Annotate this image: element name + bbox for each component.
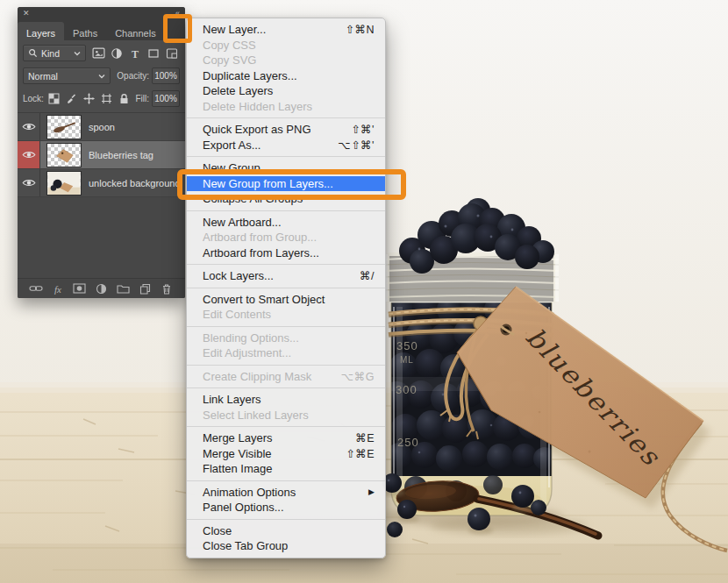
menu-item-artboard-from-group[interactable]: Artboard from Group...	[187, 230, 385, 245]
menu-item-select-linked-layers[interactable]: Select Linked Layers	[187, 408, 385, 423]
layer-row-blueberries-tag[interactable]: Blueberries tag	[18, 141, 185, 169]
layer-name: Blueberries tag	[89, 150, 153, 160]
layers-panel-flyout-menu: New Layer...⇧⌘NCopy CSSCopy SVGDuplicate…	[186, 18, 386, 558]
menu-item-label: New Artboard...	[203, 216, 282, 229]
adjustment-layer-icon[interactable]	[94, 282, 108, 295]
menu-item-edit-contents[interactable]: Edit Contents	[187, 307, 385, 323]
menu-separator	[187, 156, 385, 157]
layer-thumbnail-spoon[interactable]	[46, 115, 82, 139]
search-icon	[28, 48, 38, 58]
menu-item-new-layer[interactable]: New Layer...⇧⌘N	[187, 22, 385, 38]
menu-item-label: Panel Options...	[203, 501, 284, 514]
menu-separator	[187, 264, 385, 265]
layers-panel: ✕ « LayersPathsChannels Kind T Normal	[18, 7, 185, 298]
menu-item-convert-to-smart-object[interactable]: Convert to Smart Object	[187, 292, 385, 308]
menu-item-merge-layers[interactable]: Merge Layers⌘E	[187, 430, 385, 446]
svg-text:350: 350	[396, 339, 418, 352]
menu-item-label: New Group from Layers...	[203, 177, 333, 190]
delete-layer-icon[interactable]	[160, 282, 174, 295]
menu-separator	[187, 288, 385, 288]
menu-item-copy-css[interactable]: Copy CSS	[187, 38, 385, 53]
menu-item-new-artboard[interactable]: New Artboard...	[187, 215, 385, 231]
lock-label: Lock:	[23, 94, 44, 103]
layer-thumbnail-unlocked-background[interactable]	[46, 171, 82, 196]
fx-icon[interactable]: fx	[51, 282, 65, 295]
menu-separator	[187, 519, 385, 520]
menu-item-duplicate-layers[interactable]: Duplicate Layers...	[187, 68, 385, 84]
tab-channels[interactable]: Channels	[106, 22, 164, 40]
menu-item-copy-svg[interactable]: Copy SVG	[187, 53, 385, 68]
layer-row-unlocked-background[interactable]: unlocked background	[18, 169, 185, 197]
svg-text:300: 300	[396, 383, 418, 396]
menu-item-shortcut: ⌥⌘G	[341, 370, 375, 383]
menu-item-edit-adjustment[interactable]: Edit Adjustment...	[187, 345, 385, 361]
menu-item-flatten-image[interactable]: Flatten Image	[187, 461, 385, 477]
layer-mask-icon[interactable]	[73, 282, 87, 295]
menu-item-label: Export As...	[203, 139, 261, 152]
layer-name: spoon	[89, 122, 115, 132]
collapse-panel-icon[interactable]: «	[175, 10, 180, 18]
menu-separator	[187, 210, 385, 211]
menu-item-collapse-all-groups[interactable]: Collapse All Groups	[187, 191, 385, 207]
visibility-eye-icon[interactable]	[18, 141, 40, 168]
menu-item-lock-layers[interactable]: Lock Layers...⌘/	[187, 268, 385, 284]
panel-header: ✕ «	[18, 7, 185, 19]
layer-row-spoon[interactable]: spoon	[18, 113, 185, 141]
menu-item-label: Edit Contents	[203, 308, 271, 321]
menu-separator	[187, 426, 385, 427]
menu-item-export-as[interactable]: Export As...⌥⇧⌘'	[187, 138, 385, 153]
menu-item-close-tab-group[interactable]: Close Tab Group	[187, 538, 385, 554]
smart-object-filter-icon[interactable]	[165, 46, 179, 60]
menu-item-create-clipping-mask[interactable]: Create Clipping Mask⌥⌘G	[187, 369, 385, 385]
lock-transparency-icon[interactable]	[47, 92, 61, 105]
tab-layers[interactable]: Layers	[18, 22, 64, 40]
menu-item-label: Select Linked Layers	[203, 409, 309, 422]
adjustment-filter-icon[interactable]	[110, 46, 124, 60]
menu-item-merge-visible[interactable]: Merge Visible⇧⌘E	[187, 446, 385, 462]
pixel-layer-filter-icon[interactable]	[91, 46, 105, 60]
new-group-icon[interactable]	[116, 282, 130, 295]
menu-item-delete-layers[interactable]: Delete Layers	[187, 83, 385, 99]
lock-all-icon[interactable]	[118, 92, 131, 105]
menu-item-link-layers[interactable]: Link Layers	[187, 392, 385, 408]
tab-paths[interactable]: Paths	[64, 22, 106, 40]
menu-separator	[187, 387, 385, 388]
menu-separator	[187, 480, 385, 481]
menu-item-new-group-from-layers[interactable]: New Group from Layers...	[187, 176, 385, 192]
type-filter-icon[interactable]: T	[128, 46, 142, 60]
shape-filter-icon[interactable]	[146, 46, 161, 60]
menu-item-animation-options[interactable]: Animation Options▶	[187, 485, 385, 501]
menu-item-label: Collapse All Groups	[203, 192, 303, 205]
visibility-eye-icon[interactable]	[18, 113, 40, 140]
menu-item-label: Lock Layers...	[203, 269, 274, 282]
menu-item-quick-export-as-png[interactable]: Quick Export as PNG⇧⌘'	[187, 122, 385, 138]
new-layer-icon[interactable]	[138, 282, 152, 295]
blend-mode-value: Normal	[28, 71, 58, 82]
menu-item-label: New Group...	[203, 161, 270, 174]
menu-item-panel-options[interactable]: Panel Options...	[187, 500, 385, 515]
menu-item-label: Quick Export as PNG	[203, 123, 311, 136]
kind-filter-select[interactable]: Kind	[23, 45, 86, 61]
opacity-input[interactable]: 100%	[152, 68, 180, 84]
filter-row: Kind T	[23, 45, 180, 61]
blend-mode-select[interactable]: Normal	[23, 68, 111, 84]
menu-item-delete-hidden-layers[interactable]: Delete Hidden Layers	[187, 99, 385, 115]
menu-item-label: Close	[203, 524, 232, 537]
menu-item-label: Close Tab Group	[203, 539, 288, 552]
fill-input[interactable]: 100%	[152, 90, 180, 107]
link-icon[interactable]	[29, 282, 43, 295]
lock-artboard-icon[interactable]	[100, 92, 113, 105]
visibility-eye-icon[interactable]	[18, 169, 40, 196]
menu-item-label: Convert to Smart Object	[203, 293, 325, 306]
menu-item-shortcut: ⇧⌘'	[351, 123, 375, 136]
layer-thumbnail-blueberries-tag[interactable]	[46, 143, 82, 167]
opacity-label: Opacity:	[117, 71, 149, 81]
menu-item-new-group[interactable]: New Group...	[187, 160, 385, 176]
menu-item-close[interactable]: Close	[187, 523, 385, 539]
menu-item-artboard-from-layers[interactable]: Artboard from Layers...	[187, 245, 385, 261]
menu-item-shortcut: ⇧⌘E	[346, 447, 375, 460]
menu-item-blending-options[interactable]: Blending Options...	[187, 331, 385, 346]
lock-position-icon[interactable]	[82, 92, 96, 105]
lock-paint-icon[interactable]	[65, 92, 78, 105]
close-panel-icon[interactable]: ✕	[23, 10, 30, 18]
